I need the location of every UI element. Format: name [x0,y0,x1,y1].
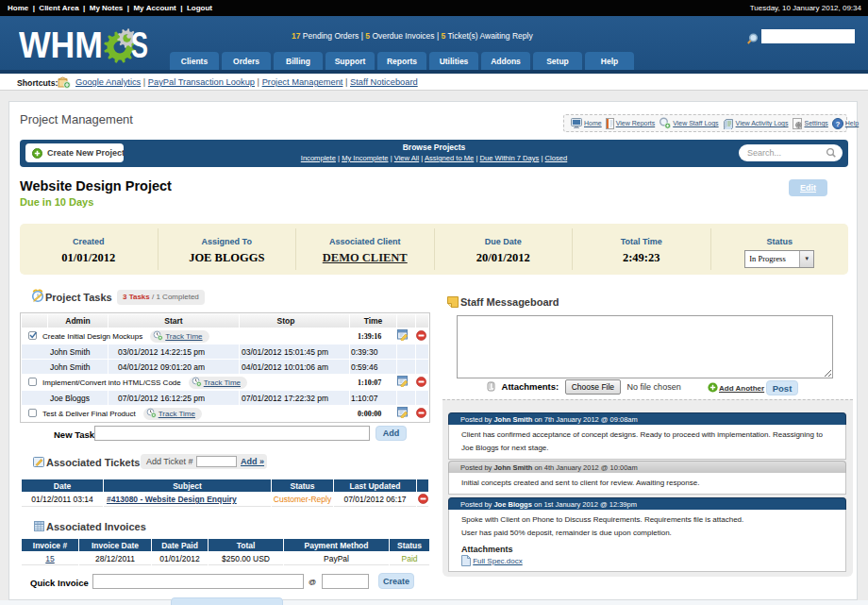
svg-text:S: S [131,27,148,65]
svg-text:?: ? [835,120,840,128]
svg-text:WHM: WHM [19,27,103,65]
